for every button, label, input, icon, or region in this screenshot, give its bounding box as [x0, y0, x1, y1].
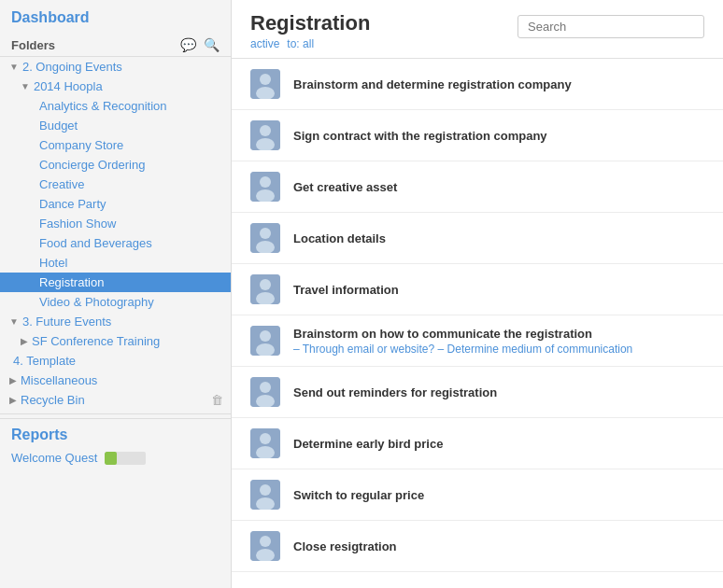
task-row[interactable]: Sign contract with the registration comp… [232, 110, 723, 161]
sidebar-item-registration[interactable]: Registration [0, 273, 231, 292]
sidebar-item-future-events[interactable]: ▼3. Future Events [0, 312, 231, 331]
task-row[interactable]: Send out reminders for registration [232, 367, 723, 418]
main-panel: Registration active to: all Brainstorm a… [232, 0, 723, 588]
task-row[interactable]: Location details [232, 213, 723, 264]
reports-section-label[interactable]: Reports [0, 418, 231, 447]
avatar [250, 326, 280, 356]
sidebar-item-label: 2014 Hoopla [34, 79, 231, 93]
sidebar-item-label: Creative [39, 177, 231, 191]
task-content: Determine early bird price [293, 437, 704, 451]
task-title: Travel information [293, 283, 704, 297]
task-content: Travel information [293, 283, 704, 297]
arrow-icon: ▶ [9, 395, 17, 405]
svg-point-10 [260, 228, 271, 239]
sidebar-item-label: Dance Party [39, 197, 231, 211]
sidebar-item-company-store[interactable]: Company Store [0, 135, 231, 155]
sidebar-item-video-photography[interactable]: Video & Photography [0, 292, 231, 312]
sidebar-item-miscellaneous[interactable]: ▶Miscellaneous [0, 371, 231, 390]
avatar [250, 531, 280, 561]
page-title: Registration [250, 11, 370, 35]
task-row[interactable]: Determine early bird price [232, 418, 723, 469]
sidebar-item-template[interactable]: 4. Template [0, 351, 231, 371]
sidebar-item-analytics[interactable]: Analytics & Recognition [0, 96, 231, 116]
main-header: Registration active to: all [232, 0, 723, 59]
task-title: Send out reminders for registration [293, 385, 704, 399]
avatar [250, 480, 280, 510]
sidebar-item-dance-party[interactable]: Dance Party [0, 194, 231, 214]
subtitle-to[interactable]: to: all [287, 37, 314, 50]
search-input[interactable] [517, 15, 704, 38]
sidebar-item-hoopla-2014[interactable]: ▼2014 Hoopla [0, 77, 231, 96]
arrow-icon: ▼ [21, 81, 30, 91]
sidebar-item-label: 4. Template [13, 354, 231, 368]
task-title: Switch to regular price [293, 488, 704, 502]
task-row[interactable]: Close resigtration [232, 521, 723, 572]
sidebar-item-label: Miscellaneous [21, 373, 231, 387]
task-row[interactable]: Brainstorm and determine registration co… [232, 59, 723, 110]
sidebar-item-food-beverages[interactable]: Food and Beverages [0, 233, 231, 253]
sidebar-item-label: Food and Beverages [39, 236, 231, 250]
sidebar-item-budget[interactable]: Budget [0, 116, 231, 135]
avatar [250, 428, 280, 458]
folders-header: Folders 💬 🔍 [0, 32, 231, 57]
sidebar-item-fashion-show[interactable]: Fashion Show [0, 214, 231, 233]
task-subtitle: – Through email or website? – Determine … [293, 343, 704, 356]
welcome-quest-label: Welcome Quest [11, 451, 97, 465]
avatar [250, 120, 280, 150]
sidebar-item-sf-conference[interactable]: ▶SF Conference Training [0, 331, 231, 351]
task-title: Brainstorm on how to communicate the reg… [293, 327, 704, 341]
sidebar-item-label: 3. Future Events [22, 315, 231, 329]
sidebar-item-ongoing-events[interactable]: ▼2. Ongoing Events [0, 57, 231, 77]
arrow-icon: ▼ [9, 316, 19, 327]
svg-point-22 [260, 433, 271, 444]
svg-point-1 [260, 74, 271, 85]
welcome-quest-progress-bar [105, 452, 146, 465]
sidebar-item-label: Hotel [39, 256, 231, 270]
trash-icon[interactable]: 🗑 [211, 393, 223, 407]
avatar [250, 377, 280, 407]
task-content: Brainstorm and determine registration co… [293, 77, 704, 91]
sidebar-item-label: Recycle Bin [21, 393, 211, 407]
search-icon-button[interactable]: 🔍 [204, 37, 220, 52]
task-row[interactable]: Switch to regular price [232, 469, 723, 521]
main-title-area: Registration active to: all [250, 11, 370, 58]
task-title: Determine early bird price [293, 437, 704, 451]
folders-icons: 💬 🔍 [180, 37, 220, 52]
sidebar-item-label: Budget [39, 119, 231, 133]
sidebar: Dashboard Folders 💬 🔍 ▼2. Ongoing Events… [0, 0, 232, 588]
folders-label: Folders [11, 38, 55, 52]
sidebar-item-creative[interactable]: Creative [0, 175, 231, 194]
svg-point-13 [260, 279, 271, 290]
folder-tree: ▼2. Ongoing Events▼2014 Hoopla Analytics… [0, 57, 231, 410]
sidebar-item-label: Concierge Ordering [39, 158, 231, 172]
task-content: Switch to regular price [293, 488, 704, 502]
arrow-icon: ▶ [9, 375, 17, 385]
svg-point-16 [260, 330, 271, 342]
sidebar-item-label: 2. Ongoing Events [22, 60, 231, 74]
sidebar-item-concierge[interactable]: Concierge Ordering [0, 155, 231, 175]
sidebar-item-label: Registration [39, 275, 231, 289]
task-title: Close resigtration [293, 539, 704, 553]
sidebar-divider [0, 413, 231, 414]
welcome-quest-item[interactable]: Welcome Quest [0, 447, 231, 469]
svg-point-19 [260, 382, 271, 393]
welcome-quest-bar-fill [105, 452, 117, 465]
chat-icon-button[interactable]: 💬 [180, 37, 196, 52]
sidebar-item-label: Analytics & Recognition [39, 99, 231, 113]
task-row[interactable]: Travel information [232, 264, 723, 315]
task-content: Brainstorm on how to communicate the reg… [293, 327, 704, 356]
arrow-icon: ▶ [21, 336, 28, 346]
sidebar-item-recycle-bin[interactable]: ▶Recycle Bin🗑 [0, 390, 231, 410]
dashboard-link[interactable]: Dashboard [0, 0, 231, 32]
svg-point-7 [260, 176, 271, 188]
sidebar-item-hotel[interactable]: Hotel [0, 253, 231, 273]
task-content: Sign contract with the registration comp… [293, 129, 704, 143]
task-content: Send out reminders for registration [293, 385, 704, 399]
task-title: Get creative asset [293, 180, 704, 194]
task-row[interactable]: Brainstorm on how to communicate the reg… [232, 315, 723, 367]
avatar [250, 69, 280, 99]
subtitle-active[interactable]: active [250, 37, 279, 50]
task-title: Brainstorm and determine registration co… [293, 77, 704, 91]
svg-point-28 [260, 536, 271, 547]
task-row[interactable]: Get creative asset [232, 161, 723, 213]
